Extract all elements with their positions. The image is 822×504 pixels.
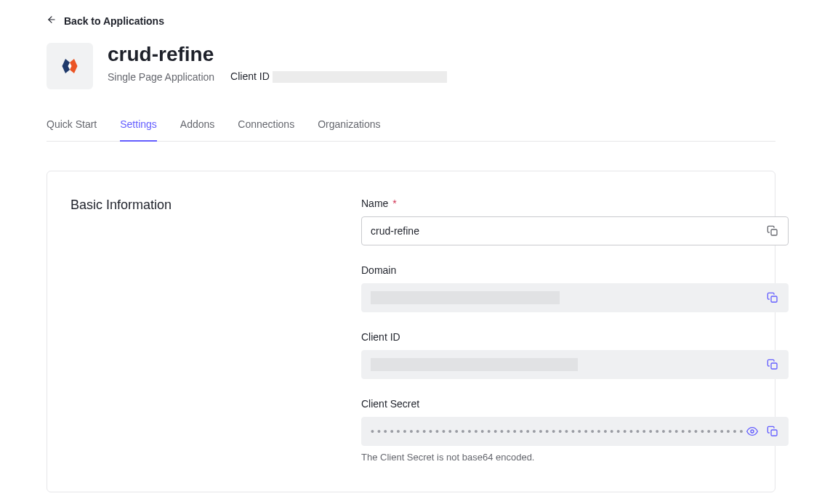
tab-organizations[interactable]: Organizations <box>318 118 380 142</box>
name-input[interactable] <box>371 217 766 245</box>
tabs-nav: Quick Start Settings Addons Connections … <box>47 118 775 142</box>
required-indicator: * <box>392 198 396 209</box>
domain-field-group: Domain <box>361 264 789 312</box>
app-header: crud-refine Single Page Application Clie… <box>47 43 775 89</box>
tab-settings[interactable]: Settings <box>120 118 157 142</box>
arrow-left-icon <box>47 15 57 27</box>
svg-rect-4 <box>771 229 777 235</box>
client-id-header-value <box>273 71 447 83</box>
name-field-group: Name * <box>361 198 789 245</box>
client-secret-value: ••••••••••••••••••••••••••••••••••••••••… <box>371 426 746 437</box>
app-type-label: Single Page Application <box>108 71 214 83</box>
domain-value <box>371 291 560 304</box>
svg-point-7 <box>751 430 754 433</box>
name-label: Name * <box>361 198 789 209</box>
back-to-applications-link[interactable]: Back to Applications <box>47 15 164 27</box>
eye-icon[interactable] <box>746 425 759 438</box>
client-secret-label: Client Secret <box>361 398 789 410</box>
svg-rect-8 <box>771 430 777 436</box>
copy-icon[interactable] <box>766 425 779 438</box>
section-title: Basic Information <box>70 198 332 213</box>
basic-information-card: Basic Information Name * Doma <box>47 171 775 492</box>
client-id-value <box>371 358 578 371</box>
copy-icon[interactable] <box>766 224 779 237</box>
client-secret-help: The Client Secret is not base64 encoded. <box>361 452 789 463</box>
tab-quick-start[interactable]: Quick Start <box>47 118 97 142</box>
svg-rect-6 <box>771 363 777 369</box>
client-id-field-group: Client ID <box>361 331 789 379</box>
tab-addons[interactable]: Addons <box>180 118 214 142</box>
client-secret-field-group: Client Secret ••••••••••••••••••••••••••… <box>361 398 789 463</box>
app-title: crud-refine <box>108 43 447 66</box>
client-id-header-label: Client ID <box>230 70 270 82</box>
app-logo-icon <box>47 43 93 89</box>
back-link-label: Back to Applications <box>64 15 164 27</box>
copy-icon[interactable] <box>766 358 779 371</box>
copy-icon[interactable] <box>766 291 779 304</box>
svg-rect-5 <box>771 296 777 302</box>
tab-connections[interactable]: Connections <box>238 118 294 142</box>
domain-label: Domain <box>361 264 789 276</box>
client-id-label: Client ID <box>361 331 789 343</box>
